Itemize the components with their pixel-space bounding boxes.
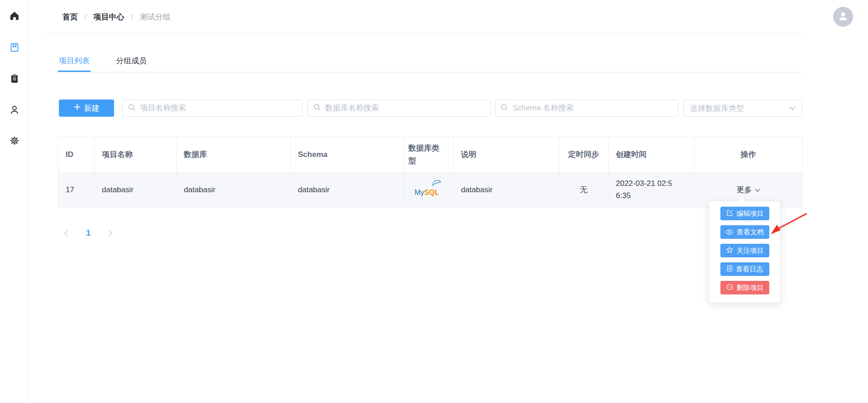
schema-name-search-box — [495, 100, 678, 117]
project-name-search-box — [122, 100, 302, 117]
create-project-label: 新建 — [84, 103, 100, 114]
breadcrumb-separator: / — [131, 13, 133, 21]
pagination: 1 — [63, 228, 113, 238]
clipboard-icon — [10, 74, 19, 85]
chevron-down-icon — [755, 185, 760, 194]
follow-project-button[interactable]: 关注项目 — [720, 244, 769, 257]
column-header-database: 数据库 — [177, 137, 291, 172]
cell-database: databasir — [177, 172, 291, 208]
search-icon — [501, 104, 508, 113]
prev-page-button[interactable] — [63, 230, 69, 237]
book-icon — [10, 43, 19, 54]
user-avatar[interactable] — [833, 7, 853, 27]
mysql-text-my: My — [415, 189, 424, 196]
breadcrumb-project-center[interactable]: 项目中心 — [93, 13, 124, 21]
create-project-button[interactable]: 新建 — [59, 100, 114, 117]
delete-project-button[interactable]: 删除项目 — [720, 281, 769, 294]
column-header-id: ID — [58, 137, 95, 172]
tab-project-list[interactable]: 项目列表 — [58, 51, 91, 72]
cell-description: databasir — [454, 172, 559, 208]
tab-group-members[interactable]: 分组成员 — [115, 51, 148, 72]
home-icon — [10, 11, 19, 23]
gear-icon — [10, 136, 19, 147]
sidebar — [0, 0, 28, 403]
mysql-dolphin-icon — [431, 179, 442, 189]
column-header-description: 说明 — [454, 137, 559, 172]
view-logs-button[interactable]: 查看日志 — [720, 262, 769, 276]
cell-db-type: MySQL — [404, 172, 454, 208]
sidebar-item-home[interactable] — [9, 11, 20, 22]
search-icon — [313, 104, 321, 113]
actions-dropdown-menu: 编辑项目 查看文档 关注项目 — [709, 201, 780, 303]
project-name-search-input[interactable] — [140, 104, 297, 113]
column-header-created-time: 创建时间 — [609, 137, 694, 172]
projects-table: ID 项目名称 数据库 Schema 数据库类型 说明 定时同步 创建时间 操作… — [58, 137, 803, 208]
database-name-search-input[interactable] — [325, 104, 484, 113]
chevron-down-icon — [789, 104, 796, 112]
view-docs-button[interactable]: 查看文档 — [720, 225, 769, 239]
cell-sync: 无 — [559, 172, 609, 208]
table-row[interactable]: 17 databasir databasir databasir MySQL — [58, 172, 803, 208]
db-type-select[interactable]: 选择数据库类型 — [683, 100, 802, 117]
edit-icon — [726, 209, 733, 218]
column-header-actions: 操作 — [694, 137, 803, 172]
mysql-text-sql: SQL — [424, 189, 439, 196]
cell-project-name: databasir — [95, 172, 177, 208]
breadcrumb-home[interactable]: 首页 — [62, 13, 78, 21]
column-header-db-type: 数据库类型 — [404, 137, 454, 172]
log-icon — [727, 265, 733, 273]
app-page: 首页 / 项目中心 / 测试分组 项目列表 分组成员 新建 — [0, 0, 868, 403]
breadcrumb-current-group: 测试分组 — [139, 13, 170, 21]
sidebar-item-users[interactable] — [9, 105, 20, 116]
cell-created-time: 2022-03-21 02:5 6:35 — [609, 172, 694, 208]
user-icon — [10, 105, 19, 117]
column-header-project-name: 项目名称 — [95, 137, 177, 172]
page-number[interactable]: 1 — [86, 228, 91, 238]
sidebar-item-tasks[interactable] — [9, 74, 20, 85]
schema-name-search-input[interactable] — [513, 104, 672, 113]
column-header-schema: Schema — [291, 137, 404, 172]
breadcrumb-separator: / — [85, 13, 87, 21]
breadcrumb: 首页 / 项目中心 / 测试分组 — [62, 12, 170, 22]
more-actions-button[interactable]: 更多 — [737, 185, 760, 195]
dropdown-caret — [737, 197, 746, 202]
star-icon — [726, 247, 733, 255]
db-type-select-placeholder: 选择数据库类型 — [690, 103, 744, 114]
cell-id: 17 — [58, 172, 95, 208]
table-header-row: ID 项目名称 数据库 Schema 数据库类型 说明 定时同步 创建时间 操作 — [58, 137, 803, 172]
database-name-search-box — [307, 100, 490, 117]
search-icon — [128, 104, 136, 113]
column-header-sync: 定时同步 — [559, 137, 609, 172]
plus-icon — [74, 104, 81, 113]
avatar-person-icon — [837, 10, 849, 24]
tab-bar: 项目列表 分组成员 — [58, 51, 802, 72]
edit-project-button[interactable]: 编辑项目 — [720, 207, 769, 220]
sidebar-item-projects[interactable] — [9, 43, 20, 54]
topbar-divider — [44, 33, 802, 34]
eye-icon — [726, 228, 733, 236]
minus-circle-icon — [726, 284, 733, 292]
next-page-button[interactable] — [108, 230, 113, 237]
cell-schema: databasir — [291, 172, 404, 208]
mysql-logo: MySQL — [415, 180, 443, 198]
sidebar-item-settings[interactable] — [9, 136, 20, 147]
